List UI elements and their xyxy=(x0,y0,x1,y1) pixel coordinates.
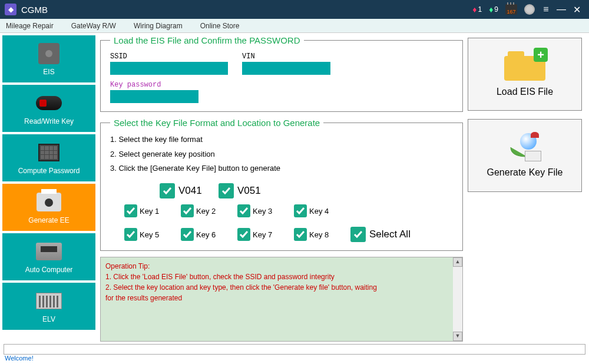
check-icon xyxy=(124,228,137,241)
safe-icon xyxy=(38,43,59,64)
folder-plus-icon: + xyxy=(504,51,545,81)
checkbox-key2[interactable]: Key 2 xyxy=(181,204,226,217)
menu-button[interactable]: ≡ xyxy=(540,4,552,15)
gem-green-status: ♦9 xyxy=(489,5,498,14)
checkbox-key7[interactable]: Key 7 xyxy=(237,228,282,241)
sidebar-item-compute-password[interactable]: Compute Password xyxy=(2,134,95,181)
key-format-legend: Select the Key File Format and Location … xyxy=(110,118,323,128)
check-icon xyxy=(160,183,175,198)
close-button[interactable]: ✕ xyxy=(570,4,583,15)
steps-list: 1. Select the key file format 2. Select … xyxy=(110,133,453,176)
gem-red-status: ♦1 xyxy=(472,5,482,14)
vin-input[interactable] xyxy=(242,62,330,75)
printer-icon xyxy=(37,193,61,211)
sidebar-item-generate-ee[interactable]: Generate EE xyxy=(2,184,95,231)
tip-title: Operation Tip: xyxy=(105,261,458,272)
medal-icon xyxy=(524,4,535,15)
tip-line-2: 2. Select the key location and key type,… xyxy=(105,282,458,293)
check-icon xyxy=(219,183,234,198)
sidebar-item-read-write-key[interactable]: Read/Write Key xyxy=(2,85,95,132)
checkbox-key1[interactable]: Key 1 xyxy=(124,204,169,217)
check-icon xyxy=(237,228,250,241)
checkbox-v041[interactable]: V041 xyxy=(160,183,204,198)
progress-bar xyxy=(4,344,585,355)
titlebar: ◆ CGMB ♦1 ♦9 167 ≡ — ✕ xyxy=(0,0,589,19)
menubar: Mileage Repair GateWay R/W Wiring Diagra… xyxy=(0,19,589,33)
operation-tip-box: Operation Tip: 1. Click the 'Load EIS Fi… xyxy=(100,257,463,342)
check-icon xyxy=(237,204,250,217)
keypw-input[interactable] xyxy=(110,90,198,103)
load-eis-panel: Load the EIS File and Confirm the PASSWO… xyxy=(100,35,463,112)
checkbox-key3[interactable]: Key 3 xyxy=(237,204,282,217)
sidebar-item-label: Auto Computer xyxy=(25,266,73,274)
sidebar-item-eis[interactable]: EIS xyxy=(2,35,95,82)
tip-line-1: 1. Click the 'Load EIS File' button, che… xyxy=(105,272,458,282)
menu-mileage-repair[interactable]: Mileage Repair xyxy=(6,22,54,30)
status-bar: Welcome! xyxy=(0,355,589,364)
menu-wiring-diagram[interactable]: Wiring Diagram xyxy=(134,22,183,30)
elv-icon xyxy=(36,293,62,309)
scroll-down-icon[interactable]: ▼ xyxy=(453,332,462,341)
calculator-icon xyxy=(38,144,59,161)
app-icon: ◆ xyxy=(5,4,16,15)
checkbox-key8[interactable]: Key 8 xyxy=(294,228,339,241)
sidebar-item-label: Compute Password xyxy=(18,167,80,175)
calendar-icon: 167 xyxy=(505,4,517,15)
key-format-panel: Select the Key File Format and Location … xyxy=(100,118,463,251)
checkbox-key6[interactable]: Key 6 xyxy=(181,228,226,241)
keypw-label: Key password xyxy=(110,81,198,89)
step-1: 1. Select the key file format xyxy=(110,133,453,147)
sidebar: EIS Read/Write Key Compute Password Gene… xyxy=(2,35,95,342)
sidebar-item-label: ELV xyxy=(42,315,55,323)
checkbox-key4[interactable]: Key 4 xyxy=(294,204,339,217)
menu-online-store[interactable]: Online Store xyxy=(200,22,240,30)
gem-green-icon: ♦ xyxy=(489,5,493,14)
scrollbar[interactable]: ▲ ▼ xyxy=(453,257,462,341)
tip-line-3: for the results generated xyxy=(105,293,458,303)
main-area: EIS Read/Write Key Compute Password Gene… xyxy=(0,33,589,344)
check-icon xyxy=(294,204,307,217)
check-icon xyxy=(350,227,366,242)
checkbox-key5[interactable]: Key 5 xyxy=(124,228,169,241)
step-3: 3. Click the [Generate Key File] button … xyxy=(110,161,453,176)
ssid-label: SSID xyxy=(110,52,228,61)
load-eis-file-button[interactable]: + Load EIS File xyxy=(468,38,582,111)
generate-icon xyxy=(508,133,541,161)
button-label: Load EIS File xyxy=(497,87,553,97)
button-label: Generate Key File xyxy=(487,167,563,178)
check-icon xyxy=(181,204,194,217)
sidebar-item-label: EIS xyxy=(43,68,54,76)
ssid-input[interactable] xyxy=(110,62,228,75)
minimize-button[interactable]: — xyxy=(555,4,568,15)
calendar-status[interactable]: 167 xyxy=(505,4,517,15)
scroll-up-icon[interactable]: ▲ xyxy=(453,257,462,267)
step-2: 2. Select generate key position xyxy=(110,147,453,162)
sidebar-item-auto-computer[interactable]: Auto Computer xyxy=(2,233,95,280)
checkbox-v051[interactable]: V051 xyxy=(219,183,263,198)
ecu-icon xyxy=(36,243,62,260)
generate-key-file-button[interactable]: Generate Key File xyxy=(468,119,582,192)
medal-status[interactable] xyxy=(524,4,535,15)
load-eis-legend: Load the EIS File and Confirm the PASSWO… xyxy=(110,35,304,45)
app-title: CGMB xyxy=(21,5,48,15)
checkbox-select-all[interactable]: Select All xyxy=(350,227,411,242)
content-area: Load the EIS File and Confirm the PASSWO… xyxy=(95,35,587,342)
key-fob-icon xyxy=(36,96,62,110)
status-text: Welcome! xyxy=(5,355,34,362)
gem-red-icon: ♦ xyxy=(472,5,477,14)
sidebar-item-elv[interactable]: ELV xyxy=(2,283,95,330)
vin-label: VIN xyxy=(242,52,330,61)
menu-gateway-rw[interactable]: GateWay R/W xyxy=(71,22,116,30)
check-icon xyxy=(181,228,194,241)
sidebar-item-label: Generate EE xyxy=(28,216,69,224)
check-icon xyxy=(124,204,137,217)
check-icon xyxy=(294,228,307,241)
sidebar-item-label: Read/Write Key xyxy=(24,117,74,125)
